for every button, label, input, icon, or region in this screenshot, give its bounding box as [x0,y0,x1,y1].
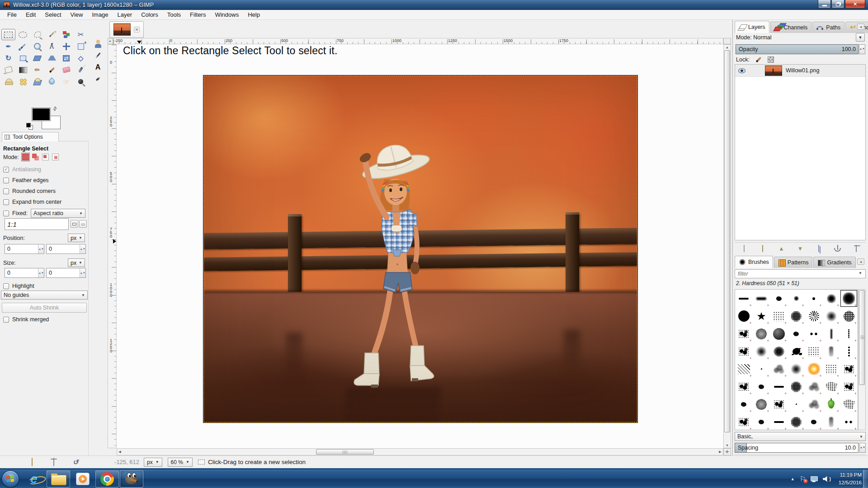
fixed-checkbox[interactable] [3,211,9,216]
minimize-button[interactable] [818,0,831,9]
ratio-portrait-button[interactable] [71,220,78,228]
image-layer[interactable] [203,75,637,422]
swap-colors-icon[interactable] [52,105,59,113]
brush-dash[interactable] [770,378,788,395]
vertical-scrollbar-thumb[interactable] [724,50,730,432]
brush-dots[interactable] [840,413,858,430]
tool-pencil[interactable] [30,64,44,75]
brush-scatter[interactable] [823,378,840,395]
brush-spiky[interactable] [805,307,823,325]
scroll-left-icon[interactable]: ◀ [117,449,123,455]
brush-fuzzy-ball[interactable] [788,360,805,378]
show-desktop-button[interactable] [863,470,868,488]
new-layer-button[interactable] [738,244,750,253]
brush-smear[interactable] [823,343,840,360]
layer-mode-dropdown-button[interactable] [856,33,865,42]
brush-blob[interactable] [805,413,823,430]
brush-texture[interactable] [753,395,770,413]
brush-smoke[interactable] [770,360,788,378]
expand-from-center-checkbox[interactable] [3,199,9,205]
tool-rectangle-select[interactable] [1,29,15,40]
brush-pine[interactable] [735,360,753,378]
brush-tinydot[interactable] [788,395,805,413]
brush-smoke[interactable] [805,378,823,395]
opacity-spinner-icon[interactable]: ▲▼ [859,44,865,54]
antialiasing-checkbox[interactable] [3,167,9,173]
taskbar-internet-explorer[interactable]: e [22,470,46,488]
tool-smudge[interactable] [59,76,73,87]
mode-intersect-icon[interactable] [52,154,59,160]
taskbar-media-player[interactable] [71,470,94,488]
hidden-icons-button[interactable] [791,477,795,481]
taskbar-clock[interactable]: 11:19 PM 12/5/2016 [839,471,862,486]
brush-fuzzy-circle[interactable] [823,290,840,307]
network-icon[interactable] [811,476,818,482]
brush-splat[interactable] [788,343,805,360]
restore-button[interactable] [831,0,844,9]
tool-eraser[interactable] [59,64,73,75]
tool-foreground-select[interactable] [91,38,105,49]
lock-alpha-icon[interactable] [768,56,774,63]
brush-scrollbar-thumb[interactable] [859,290,865,385]
delete-tool-preset-button[interactable] [47,457,61,467]
mode-add-icon[interactable] [32,154,39,160]
taskbar-gimp[interactable] [120,470,143,488]
auto-shrink-button[interactable]: Auto Shrink [2,303,87,313]
spinner-arrows-icon[interactable]: ▲▼ [80,244,85,253]
brush-streak[interactable] [823,325,840,343]
layer-list[interactable]: Willow01.png [735,64,866,240]
tool-flip[interactable] [59,52,73,64]
foreground-color-swatch[interactable] [32,108,51,121]
brush-set-combobox[interactable]: Basic, ▼ [735,432,866,441]
brush-sphere[interactable] [770,325,788,343]
tool-airbrush[interactable] [74,64,88,75]
menu-filters[interactable]: Filters [185,10,210,19]
tab-brushes[interactable]: Brushes [735,256,773,268]
size-height-field[interactable]: 0 ▲▼ [46,268,86,278]
tool-rotate[interactable] [1,52,15,64]
spinner-arrows-icon[interactable]: ▲▼ [38,244,44,253]
canvas-viewport[interactable]: Click on the Rectangle Select Tool to se… [117,44,723,448]
tool-blur-sharpen[interactable] [45,76,59,87]
tool-clone[interactable] [1,76,15,87]
menu-edit[interactable]: Edit [21,10,40,19]
tool-paths[interactable] [1,41,15,52]
navigation-button[interactable] [723,448,731,455]
spacing-slider[interactable]: Spacing 10.0 [735,443,859,453]
taskbar-chrome[interactable] [95,470,119,488]
tool-crop[interactable] [91,50,105,61]
menu-layer[interactable]: Layer [113,10,137,19]
rounded-corners-checkbox[interactable] [3,188,9,194]
brush-dot[interactable] [805,290,823,307]
horizontal-scrollbar-thumb[interactable] [316,449,374,455]
brush-chalk[interactable] [840,307,858,325]
brush-blob[interactable] [753,413,770,430]
highlight-row[interactable]: Highlight [3,283,34,289]
unit-combobox[interactable]: px ▼ [144,458,162,467]
brush-smear[interactable] [823,413,840,430]
brush-smoke[interactable] [805,395,823,413]
vertical-ruler[interactable]: 025050075010001250 [108,44,117,448]
brush-blob[interactable] [788,325,805,343]
scroll-up-icon[interactable]: ▲ [724,45,731,50]
opacity-slider[interactable]: Opacity 100.0 [736,44,859,54]
tab-layers[interactable]: Layers [735,21,769,33]
fixed-combobox[interactable]: Aspect ratio ▼ [31,209,85,218]
vertical-scrollbar[interactable]: ▲ ▼ [723,44,731,448]
zoom-combobox[interactable]: 60 % ▼ [168,458,193,467]
position-x-field[interactable]: 0 ▲▼ [5,244,44,254]
horizontal-ruler[interactable]: -25002505007501000125015001750 [113,38,723,44]
spinner-arrows-icon[interactable]: ▲▼ [80,268,85,277]
menu-file[interactable]: File [3,10,21,19]
highlight-checkbox[interactable] [3,283,9,289]
mode-subtract-icon[interactable] [42,154,49,160]
brush-grunge[interactable] [840,378,858,395]
brush-scatter[interactable] [840,395,858,413]
lower-layer-button[interactable] [794,244,806,253]
dock-collapse-button[interactable] [857,258,864,265]
tool-fuzzy-select[interactable] [45,29,59,40]
brush-speckle[interactable] [788,307,805,325]
action-center-icon[interactable]: ✕ [800,475,806,483]
save-tool-preset-button[interactable] [4,457,17,467]
layer-visibility-eye-icon[interactable] [738,68,746,73]
